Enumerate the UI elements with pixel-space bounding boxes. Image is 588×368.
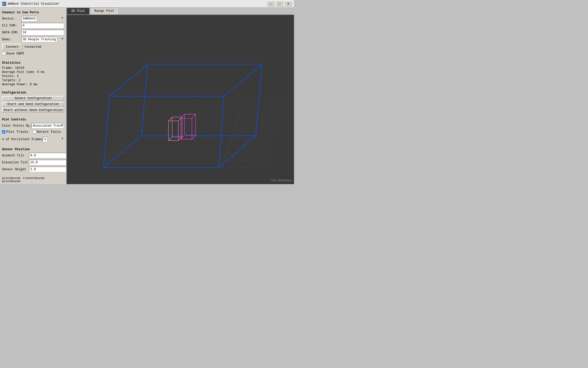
- data-com-row: DATA COM:: [2, 30, 64, 35]
- detect-falls-checkbox[interactable]: [33, 130, 36, 134]
- plot-area[interactable]: CSDN @SUNNNQAO: [67, 15, 294, 184]
- persistent-frames-select[interactable]: 3: [43, 137, 47, 142]
- app-title: mmWave Industrial Visualizer: [8, 2, 267, 6]
- start-nosend-config-button[interactable]: Start without Send Configuration: [2, 108, 64, 112]
- persistent-frames-label: # of Persistent Frames: [2, 138, 43, 141]
- save-uart-row: Save UART: [2, 52, 64, 55]
- plot-tracks-checkbox[interactable]: [2, 130, 5, 134]
- bounds-row: pointBounds trackerBounds: [2, 177, 64, 180]
- color-points-select-wrapper: Associated Track: [32, 123, 64, 129]
- save-uart-checkbox[interactable]: [2, 52, 5, 55]
- config-section-title: Configuration: [2, 91, 64, 95]
- connect-section-title: Connect to Com Ports: [2, 11, 64, 14]
- cli-com-row: CLI COM:: [2, 23, 64, 29]
- connect-status: Connected: [25, 45, 41, 49]
- elevation-input[interactable]: [29, 160, 67, 165]
- avg-power-stat: Average Power: 0 mw: [2, 83, 64, 86]
- device-label: Device:: [2, 17, 21, 21]
- right-panel: 3D Plot Range Plot: [67, 8, 294, 184]
- cli-com-label: CLI COM:: [2, 24, 21, 27]
- tracks-falls-row: Plot Tracks Detect Falls: [2, 130, 64, 135]
- detect-falls-row: Detect Falls: [33, 130, 61, 134]
- 3d-plot-svg: [67, 15, 294, 184]
- bounds-col2: trackerBounds: [23, 177, 45, 180]
- bounds-col3: pointBounds: [2, 180, 21, 183]
- device-select-wrapper: IWR6843: [21, 16, 64, 22]
- demo-row: Demo: 3D People Tracking: [2, 37, 64, 42]
- save-uart-label: Save UART: [6, 52, 24, 55]
- avg-plot-stat: Average Plot time: 5 ms: [2, 70, 64, 74]
- sensor-height-label: Sensor Height: [2, 168, 29, 171]
- elevation-label: Elevation Tilt: [2, 161, 29, 164]
- detect-falls-label: Detect Falls: [37, 130, 61, 134]
- tab-3d-plot[interactable]: 3D Plot: [67, 8, 90, 14]
- azimuth-label: Azimuth Tilt: [2, 154, 29, 157]
- elevation-row: Elevation Tilt: [2, 160, 64, 165]
- targets-stat: Targets: 2: [2, 79, 64, 82]
- color-points-row: Color Points By: Associated Track: [2, 123, 64, 129]
- tabs-bar: 3D Plot Range Plot: [67, 8, 294, 15]
- persistent-frames-select-wrapper: 3: [43, 137, 64, 142]
- minimize-button[interactable]: —: [267, 1, 275, 7]
- select-config-button[interactable]: Select Configuration: [2, 96, 64, 101]
- sensor-position-title: Sensor Position: [2, 148, 64, 151]
- device-select[interactable]: IWR6843: [21, 16, 37, 22]
- persistent-frames-row: # of Persistent Frames 3: [2, 137, 64, 142]
- color-points-select[interactable]: Associated Track: [32, 123, 64, 129]
- sensor-height-row: Sensor Height: [2, 167, 64, 172]
- bounds-col1: pointBounds: [2, 177, 21, 180]
- titlebar: M mmWave Industrial Visualizer — □ ✕: [0, 0, 294, 8]
- data-com-label: DATA COM:: [2, 31, 21, 34]
- demo-select-wrapper: 3D People Tracking: [21, 37, 64, 42]
- data-com-input[interactable]: [21, 30, 64, 35]
- demo-label: Demo:: [2, 38, 21, 41]
- sensor-height-input[interactable]: [29, 167, 67, 172]
- close-button[interactable]: ✕: [284, 1, 292, 7]
- connect-row: Connect Connected: [2, 44, 64, 50]
- main-content: Connect to Com Ports Device: IWR6843 CLI…: [0, 8, 294, 184]
- connect-button[interactable]: Connect: [2, 44, 23, 50]
- bounds-row2: pointBounds: [2, 180, 64, 183]
- stats-section-title: Statistics: [2, 61, 64, 65]
- color-points-label: Color Points By:: [2, 124, 32, 128]
- points-stat: Points: 2: [2, 74, 64, 78]
- plot-tracks-row: Plot Tracks: [2, 130, 28, 134]
- app-icon: M: [2, 2, 6, 6]
- plot-tracks-label: Plot Tracks: [6, 130, 28, 134]
- maximize-button[interactable]: □: [276, 1, 283, 7]
- svg-text:M: M: [3, 3, 4, 6]
- plot-controls-title: Plot Controls: [2, 118, 64, 121]
- svg-point-77: [183, 135, 185, 137]
- azimuth-row: Azimuth Tilt: [2, 153, 64, 158]
- demo-select[interactable]: 3D People Tracking: [21, 37, 57, 42]
- start-send-config-button[interactable]: Start and Send Configuration: [2, 102, 64, 107]
- device-row: Device: IWR6843: [2, 16, 64, 22]
- frame-stat: Frame: 16419: [2, 66, 64, 70]
- azimuth-input[interactable]: [29, 153, 67, 158]
- tab-range-plot[interactable]: Range Plot: [90, 8, 119, 14]
- watermark: CSDN @SUNNNQAO: [270, 179, 292, 182]
- window-controls: — □ ✕: [267, 1, 292, 7]
- cli-com-input[interactable]: [21, 23, 64, 29]
- left-panel: Connect to Com Ports Device: IWR6843 CLI…: [0, 8, 67, 184]
